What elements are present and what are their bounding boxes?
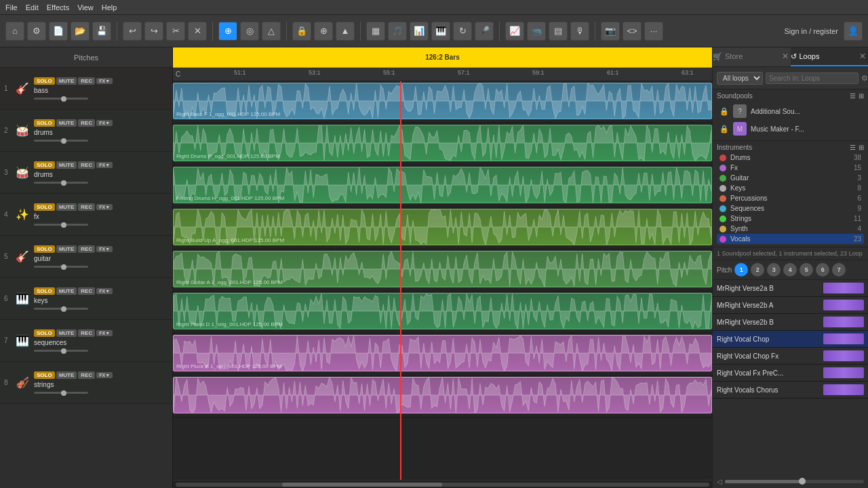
clip-3[interactable]: Rolling Drums H_ogg_001.HDP 125.00 BPM bbox=[173, 167, 712, 203]
soundpool-item-musicmaker[interactable]: 🔒 M Music Maker - F... bbox=[717, 120, 864, 138]
clip-5[interactable]: Right Guitar A 1_ogg_001.HDP 125.00 BPM bbox=[173, 251, 712, 287]
clip-4[interactable]: Right Build Up A_ogg_001.HDP 125.00 BPM bbox=[173, 209, 712, 245]
clip-6[interactable]: Right Piano D 1_orig_001.HDP 125.00 BPM bbox=[173, 293, 712, 329]
clip-row-7[interactable]: Right Pluck B 1_ogg_001.HDP 125.00 BPM bbox=[173, 333, 712, 375]
pitch-button-4[interactable]: 4 bbox=[783, 263, 797, 277]
solo-button-6[interactable]: SOLO bbox=[34, 287, 55, 295]
rec-button-7[interactable]: REC bbox=[78, 329, 95, 337]
track-volume-slider-2[interactable] bbox=[34, 140, 88, 142]
track-volume-slider-4[interactable] bbox=[34, 224, 88, 226]
instruments-list-icon[interactable]: ☰ bbox=[850, 144, 856, 151]
solo-button-1[interactable]: SOLO bbox=[34, 77, 55, 85]
store-close-button[interactable]: ✕ bbox=[780, 51, 791, 62]
track-volume-knob-3[interactable] bbox=[61, 180, 66, 186]
solo-button-3[interactable]: SOLO bbox=[34, 161, 55, 169]
solo-button-8[interactable]: SOLO bbox=[34, 371, 55, 379]
fx-button-3[interactable]: FX▼ bbox=[96, 162, 113, 168]
select-mode-button[interactable]: ⊕ bbox=[218, 22, 237, 41]
soundpools-list-icon[interactable]: ☰ bbox=[850, 92, 856, 100]
loop-item-3[interactable]: Right Vocal Chop bbox=[713, 331, 868, 348]
clip-row-1[interactable]: Right Bass F 1_ogg_001.HDP 125.00 BPM bbox=[173, 81, 712, 123]
volume-slider[interactable] bbox=[725, 480, 864, 483]
fx-button-6[interactable]: FX▼ bbox=[96, 288, 113, 294]
fx-button-2[interactable]: FX▼ bbox=[96, 120, 113, 126]
undo-button[interactable]: ↩ bbox=[123, 22, 142, 41]
mute-button-4[interactable]: MUTE bbox=[56, 203, 77, 211]
drums-button[interactable]: ▦ bbox=[366, 22, 385, 41]
video-button[interactable]: 📹 bbox=[527, 22, 546, 41]
open-button[interactable]: 📂 bbox=[71, 22, 90, 41]
audio-button[interactable]: 🎤 bbox=[475, 22, 494, 41]
chart-button[interactable]: 📊 bbox=[410, 22, 429, 41]
more-button[interactable]: ··· bbox=[644, 22, 663, 41]
user-avatar[interactable]: 👤 bbox=[844, 22, 863, 41]
track-volume-knob-8[interactable] bbox=[61, 390, 66, 396]
mute-button-5[interactable]: MUTE bbox=[56, 245, 77, 253]
instrument-item-fx[interactable]: Fx 15 bbox=[717, 163, 864, 173]
lock-button[interactable]: 🔒 bbox=[292, 22, 311, 41]
menu-edit[interactable]: Edit bbox=[26, 3, 39, 12]
horizontal-scrollbar[interactable] bbox=[173, 480, 712, 488]
loop-item-0[interactable]: MrRight Verse2a B bbox=[713, 280, 868, 297]
rec-button-6[interactable]: REC bbox=[78, 287, 95, 295]
track-volume-knob-4[interactable] bbox=[61, 222, 66, 228]
loops-close-button[interactable]: ✕ bbox=[857, 51, 868, 62]
track-volume-slider-3[interactable] bbox=[34, 182, 88, 184]
clip-row-6[interactable]: Right Piano D 1_orig_001.HDP 125.00 BPM bbox=[173, 291, 712, 333]
track-volume-slider-1[interactable] bbox=[34, 98, 88, 100]
scrollbar-thumb[interactable] bbox=[282, 483, 442, 487]
synth-button[interactable]: 🎵 bbox=[388, 22, 407, 41]
track-volume-knob-7[interactable] bbox=[61, 348, 66, 354]
pitch-button-5[interactable]: 5 bbox=[800, 263, 813, 277]
menu-file[interactable]: File bbox=[5, 3, 18, 12]
record-mode-button[interactable]: ⊕ bbox=[314, 22, 333, 41]
clip-2[interactable]: Right Drums P_ogg_001.HDP 125.00 BPM bbox=[173, 125, 712, 161]
loop-item-5[interactable]: Right Vocal Fx PreC... bbox=[713, 365, 868, 382]
mute-button-3[interactable]: MUTE bbox=[56, 161, 77, 169]
clip-row-8[interactable] bbox=[173, 375, 712, 418]
soundpools-grid-icon[interactable]: ⊞ bbox=[859, 92, 864, 100]
fx-button-4[interactable]: FX▼ bbox=[96, 204, 113, 210]
viz-button[interactable]: 📈 bbox=[505, 22, 524, 41]
clip-row-4[interactable]: Right Build Up A_ogg_001.HDP 125.00 BPM bbox=[173, 207, 712, 249]
instrument-item-vocals[interactable]: Vocals 23 bbox=[717, 234, 864, 244]
erase-mode-button[interactable]: △ bbox=[262, 22, 281, 41]
pitch-button-7[interactable]: 7 bbox=[832, 263, 846, 277]
loops-settings-icon[interactable]: ⚙ bbox=[861, 71, 868, 85]
mute-button-8[interactable]: MUTE bbox=[56, 371, 77, 379]
new-button[interactable]: 📄 bbox=[49, 22, 68, 41]
clip-1[interactable]: Right Bass F 1_ogg_001.HDP 125.00 BPM bbox=[173, 83, 712, 119]
rec-button-1[interactable]: REC bbox=[78, 77, 95, 85]
instrument-item-strings[interactable]: Strings 11 bbox=[717, 214, 864, 224]
instrument-item-drums[interactable]: Drums 38 bbox=[717, 152, 864, 163]
menu-view[interactable]: View bbox=[77, 3, 94, 12]
screenshot-button[interactable]: 📷 bbox=[601, 22, 620, 41]
rec-button-3[interactable]: REC bbox=[78, 161, 95, 169]
rec-button-2[interactable]: REC bbox=[78, 119, 95, 127]
loop-item-6[interactable]: Right Vocals Chorus bbox=[713, 382, 868, 399]
fx-button-7[interactable]: FX▼ bbox=[96, 330, 113, 336]
tab-store[interactable]: 🛒 Store ✕ bbox=[713, 47, 791, 66]
clip-row-3[interactable]: Rolling Drums H_ogg_001.HDP 125.00 BPM bbox=[173, 165, 712, 207]
track-volume-slider-6[interactable] bbox=[34, 308, 88, 310]
soundpool-item-additional[interactable]: 🔒 ? Additional Sou... bbox=[717, 102, 864, 120]
midi-button[interactable]: 🎹 bbox=[431, 22, 450, 41]
mic-button[interactable]: 🎙 bbox=[570, 22, 589, 41]
loop-button[interactable]: ↻ bbox=[453, 22, 472, 41]
track-volume-knob-5[interactable] bbox=[61, 264, 66, 270]
solo-button-4[interactable]: SOLO bbox=[34, 203, 55, 211]
solo-button-7[interactable]: SOLO bbox=[34, 329, 55, 337]
loop-item-1[interactable]: MrRight Verse2b A bbox=[713, 297, 868, 314]
mute-button-1[interactable]: MUTE bbox=[56, 77, 77, 85]
fx-button-8[interactable]: FX▼ bbox=[96, 372, 113, 378]
mute-button-7[interactable]: MUTE bbox=[56, 329, 77, 337]
pitch-button-6[interactable]: 6 bbox=[816, 263, 829, 277]
menu-help[interactable]: Help bbox=[102, 3, 117, 12]
tracks-area[interactable]: Right Bass F 1_ogg_001.HDP 125.00 BPMRig… bbox=[173, 81, 712, 480]
pitch-button-2[interactable]: 2 bbox=[751, 263, 764, 277]
sign-in-link[interactable]: Sign in / register bbox=[785, 27, 838, 35]
clip-7[interactable]: Right Pluck B 1_ogg_001.HDP 125.00 BPM bbox=[173, 335, 712, 371]
loop-item-2[interactable]: MrRight Verse2b B bbox=[713, 314, 868, 331]
instrument-item-percussions[interactable]: Percussions 6 bbox=[717, 193, 864, 203]
mute-button-6[interactable]: MUTE bbox=[56, 287, 77, 295]
